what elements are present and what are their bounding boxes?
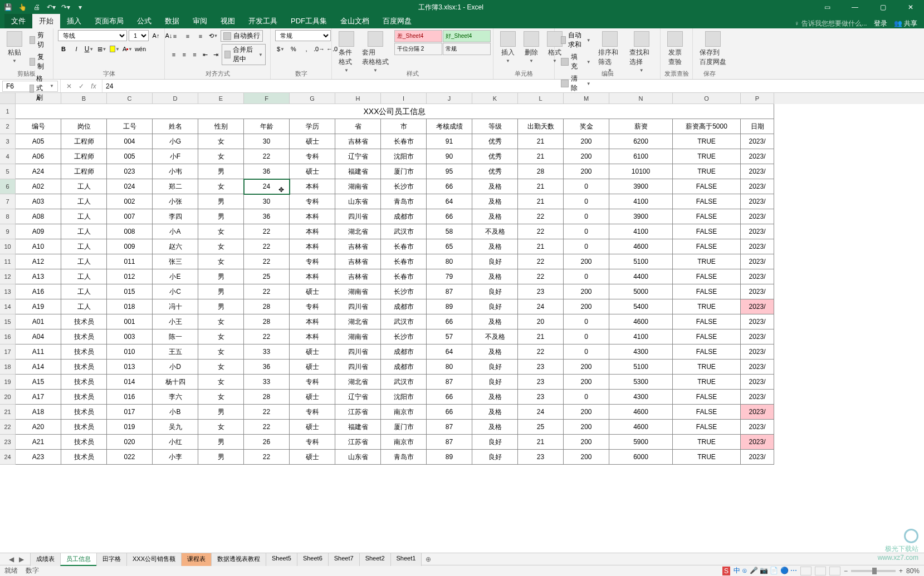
italic-button[interactable]: I (71, 43, 82, 55)
bold-button[interactable]: B (58, 43, 69, 55)
cell[interactable]: 长春市 (381, 134, 427, 149)
row-header[interactable]: 9 (0, 224, 16, 239)
cell[interactable]: 小D (153, 360, 198, 375)
cell[interactable]: 0 (564, 179, 609, 194)
cell[interactable]: 小B (153, 405, 198, 420)
cell[interactable]: A01 (16, 314, 61, 329)
cell[interactable]: TRUE (673, 149, 741, 164)
cell[interactable]: FALSE (673, 224, 741, 239)
cell[interactable]: 200 (564, 164, 609, 179)
cell[interactable]: 4300 (609, 344, 673, 360)
cell[interactable]: 硕士 (290, 284, 335, 299)
cell[interactable]: 小C (153, 284, 198, 299)
cell[interactable]: 优秀 (472, 134, 518, 149)
row-header[interactable]: 24 (0, 450, 16, 465)
cell[interactable]: 200 (564, 254, 609, 269)
row-header[interactable]: 7 (0, 194, 16, 209)
cell[interactable]: A15 (16, 375, 61, 390)
cell[interactable]: 2023/ (741, 269, 774, 284)
cell[interactable]: 沈阳市 (381, 149, 427, 164)
cell[interactable]: 薪资高于5000 (673, 119, 741, 134)
cell[interactable]: 200 (564, 149, 609, 164)
cell[interactable]: 66 (427, 390, 472, 405)
cell[interactable]: 017 (107, 405, 153, 420)
cell[interactable]: 女 (198, 134, 244, 149)
align-center-icon[interactable]: ≡ (180, 49, 189, 60)
cell[interactable]: 22 (244, 450, 290, 465)
orientation-icon[interactable]: ⟲▼ (208, 31, 219, 42)
cell[interactable]: 22 (244, 329, 290, 344)
paste-button[interactable]: 粘贴▼ (4, 30, 25, 65)
cell[interactable]: 004 (107, 134, 153, 149)
cell[interactable]: 200 (564, 360, 609, 375)
style-good[interactable]: 好_Sheet4 (443, 30, 491, 42)
cell[interactable]: 硕士 (290, 360, 335, 375)
cell[interactable]: 良好 (472, 450, 518, 465)
cell[interactable]: 24✥ (244, 179, 290, 194)
cell[interactable]: 吉林省 (335, 134, 381, 149)
cell[interactable]: 23 (518, 375, 564, 390)
cell[interactable]: 及格 (472, 239, 518, 254)
inc-decimal-icon[interactable]: .0→ (314, 43, 325, 55)
cell[interactable]: 36 (244, 164, 290, 179)
row-header[interactable]: 23 (0, 435, 16, 450)
cell[interactable]: 本科 (290, 314, 335, 329)
minimize-icon[interactable]: — (845, 0, 865, 14)
cell[interactable]: 湖南省 (335, 284, 381, 299)
cell[interactable]: 003 (107, 329, 153, 344)
cell[interactable]: 技术员 (61, 450, 107, 465)
cell[interactable]: 21 (518, 149, 564, 164)
cell[interactable]: 0 (564, 209, 609, 224)
sort-filter-button[interactable]: 排序和筛选▼ (596, 30, 624, 74)
cell[interactable]: 2023/ (741, 420, 774, 435)
cell[interactable]: 87 (427, 375, 472, 390)
cell[interactable]: 工人 (61, 179, 107, 194)
cell[interactable]: 25 (244, 269, 290, 284)
cell[interactable]: 023 (107, 164, 153, 179)
cell[interactable]: 专科 (290, 254, 335, 269)
cell[interactable]: 沈阳市 (381, 390, 427, 405)
cell[interactable]: FALSE (673, 194, 741, 209)
cell[interactable]: 2023/ (741, 164, 774, 179)
add-sheet-button[interactable]: ⊕ (421, 554, 436, 565)
cell[interactable]: 工程师 (61, 134, 107, 149)
cell[interactable]: 及格 (472, 269, 518, 284)
cell[interactable]: 019 (107, 420, 153, 435)
ime-icon[interactable]: S (722, 567, 730, 575)
cell[interactable]: 李四 (153, 209, 198, 224)
cell[interactable]: TRUE (673, 254, 741, 269)
cell[interactable]: 辽宁省 (335, 390, 381, 405)
cell[interactable]: 工号 (107, 119, 153, 134)
cell[interactable]: 小F (153, 149, 198, 164)
cell[interactable]: 女 (198, 390, 244, 405)
cell[interactable]: 武汉市 (381, 224, 427, 239)
cell[interactable]: 80 (427, 254, 472, 269)
cell[interactable]: 等级 (472, 119, 518, 134)
tab-页面布局[interactable]: 页面布局 (88, 14, 130, 28)
col-header-B[interactable]: B (61, 93, 107, 104)
tab-数据[interactable]: 数据 (158, 14, 186, 28)
cell[interactable]: 22 (244, 284, 290, 299)
touch-icon[interactable]: 👆 (18, 3, 27, 12)
cell[interactable]: 200 (564, 435, 609, 450)
cell[interactable]: 22 (518, 224, 564, 239)
cell[interactable]: 89 (427, 299, 472, 314)
tab-审阅[interactable]: 审阅 (186, 14, 214, 28)
cell[interactable]: 24 (518, 299, 564, 314)
style-normal[interactable]: 常规 (443, 43, 491, 55)
cell[interactable]: 22 (518, 209, 564, 224)
tab-nav-next-icon[interactable]: ▶ (17, 555, 26, 564)
currency-icon[interactable]: $▼ (275, 43, 286, 55)
cell[interactable]: 6100 (609, 149, 673, 164)
cell[interactable]: A12 (16, 254, 61, 269)
cell[interactable]: 技术员 (61, 405, 107, 420)
cell[interactable]: 22 (244, 254, 290, 269)
cell[interactable]: 良好 (472, 284, 518, 299)
cell[interactable]: A23 (16, 450, 61, 465)
tab-视图[interactable]: 视图 (214, 14, 242, 28)
login-button[interactable]: 登录 (874, 19, 887, 28)
cell[interactable]: 0 (564, 269, 609, 284)
cell[interactable]: 28 (244, 299, 290, 314)
save-icon[interactable]: 💾 (3, 3, 12, 12)
cell[interactable]: 山东省 (335, 194, 381, 209)
